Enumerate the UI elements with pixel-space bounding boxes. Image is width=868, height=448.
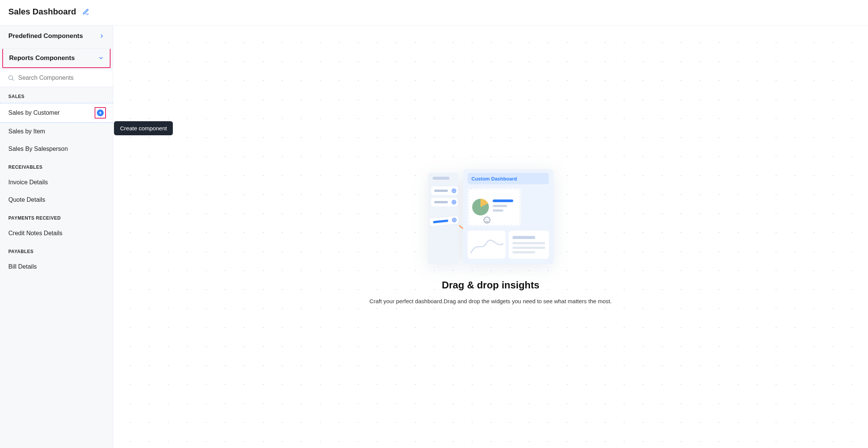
reports-components-panel[interactable]: Reports Components bbox=[2, 49, 111, 68]
empty-state-illustration: Custom Dashboard bbox=[428, 169, 553, 264]
empty-state: Custom Dashboard bbox=[354, 169, 628, 304]
component-item-label: Bill Details bbox=[8, 263, 37, 270]
chevron-right-icon bbox=[99, 33, 104, 39]
svg-rect-34 bbox=[509, 231, 549, 259]
component-item-bill-details[interactable]: Bill Details bbox=[0, 258, 113, 275]
pencil-icon bbox=[82, 8, 89, 15]
component-item-label: Sales by Item bbox=[8, 128, 45, 135]
component-item-sales-by-customer[interactable]: Sales by Customer bbox=[0, 103, 113, 123]
svg-rect-12 bbox=[434, 201, 448, 203]
svg-rect-29 bbox=[493, 209, 503, 212]
dashboard-canvas[interactable]: Custom Dashboard bbox=[113, 25, 868, 448]
search-components-row bbox=[0, 70, 113, 87]
search-components-input[interactable] bbox=[18, 74, 105, 81]
panel-label: Predefined Components bbox=[8, 32, 83, 40]
illus-title: Custom Dashboard bbox=[471, 176, 517, 182]
section-header-sales: SALES bbox=[0, 87, 113, 103]
component-item-label: Credit Notes Details bbox=[8, 230, 62, 237]
highlight-box bbox=[95, 107, 106, 119]
component-item-label: Quote Details bbox=[8, 196, 45, 203]
component-item-sales-by-item[interactable]: Sales by Item bbox=[0, 123, 113, 140]
component-item-quote-details[interactable]: Quote Details bbox=[0, 191, 113, 209]
empty-state-subline: Craft your perfect dashboard.Drag and dr… bbox=[370, 298, 612, 304]
chevron-down-icon bbox=[98, 55, 104, 61]
svg-rect-5 bbox=[433, 177, 449, 180]
svg-rect-38 bbox=[512, 251, 535, 253]
svg-point-0 bbox=[9, 76, 13, 80]
svg-point-31 bbox=[485, 219, 486, 220]
svg-rect-37 bbox=[512, 247, 545, 249]
svg-line-1 bbox=[12, 79, 13, 80]
component-item-credit-notes-details[interactable]: Credit Notes Details bbox=[0, 225, 113, 242]
svg-rect-35 bbox=[512, 236, 535, 239]
create-component-tooltip: Create component bbox=[114, 121, 173, 135]
section-header-payables: PAYABLES bbox=[0, 242, 113, 258]
component-item-label: Sales By Salesperson bbox=[8, 146, 68, 152]
components-sidebar: Predefined Components Reports Components… bbox=[0, 25, 113, 448]
svg-rect-7 bbox=[434, 190, 448, 192]
component-item-label: Invoice Details bbox=[8, 179, 48, 186]
header: Sales Dashboard bbox=[0, 0, 868, 25]
section-header-receivables: RECEIVABLES bbox=[0, 158, 113, 174]
page-title: Sales Dashboard bbox=[8, 7, 76, 17]
svg-rect-36 bbox=[512, 242, 545, 244]
svg-point-30 bbox=[484, 217, 490, 223]
add-component-button[interactable] bbox=[96, 109, 104, 117]
search-icon bbox=[8, 74, 14, 81]
svg-line-20 bbox=[453, 220, 455, 220]
svg-rect-28 bbox=[493, 205, 507, 207]
svg-point-32 bbox=[488, 219, 489, 220]
edit-title-button[interactable] bbox=[82, 8, 90, 16]
component-item-sales-by-salesperson[interactable]: Sales By Salesperson bbox=[0, 140, 113, 158]
predefined-components-panel[interactable]: Predefined Components bbox=[0, 25, 113, 47]
component-item-invoice-details[interactable]: Invoice Details bbox=[0, 174, 113, 191]
empty-state-headline: Drag & drop insights bbox=[442, 279, 539, 291]
panel-label: Reports Components bbox=[9, 54, 75, 62]
section-header-payments-received: PAYMENTS RECEIVED bbox=[0, 209, 113, 225]
component-item-label: Sales by Customer bbox=[8, 109, 60, 116]
svg-rect-27 bbox=[493, 199, 513, 202]
